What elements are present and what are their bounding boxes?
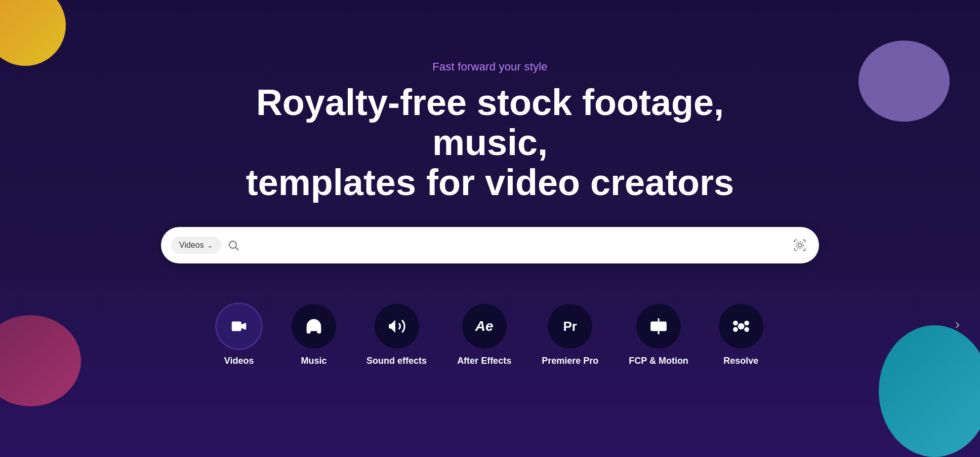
svg-line-1 [235,248,238,251]
category-label-resolve: Resolve [723,356,758,366]
category-label-music: Music [301,356,327,366]
svg-point-10 [744,327,749,332]
category-icon-resolve [719,304,763,349]
pr-text-icon: Pr [563,319,577,334]
category-icon-premiere-pro: Pr [548,304,592,349]
svg-point-7 [733,321,738,326]
svg-point-8 [744,321,749,326]
search-input[interactable] [244,240,791,251]
visual-search-button[interactable] [791,236,809,254]
category-icon-music [292,304,336,349]
chevron-down-icon: ⌄ [207,241,213,249]
category-videos[interactable]: Videos [217,304,261,366]
category-premiere-pro[interactable]: Pr Premiere Pro [542,304,598,366]
svg-point-3 [796,242,803,249]
svg-point-6 [738,323,745,330]
category-label-premiere-pro: Premiere Pro [542,356,598,366]
svg-point-0 [229,241,236,248]
category-fcp-motion[interactable]: FCP & Motion [629,304,688,366]
blob-orange [0,0,66,66]
category-label-after-effects: After Effects [457,356,511,366]
category-music[interactable]: Music [292,304,336,366]
category-resolve[interactable]: Resolve [719,304,763,366]
category-icon-after-effects: Ae [462,304,507,349]
search-icon [227,239,239,251]
hero-content: Fast forward your style Royalty-free sto… [0,60,980,367]
categories-row: Videos Music [0,304,980,366]
search-bar: Videos ⌄ [161,227,819,263]
tagline: Fast forward your style [432,60,548,73]
category-label-sound-effects: Sound effects [366,356,427,366]
category-icon-fcp-motion [636,304,681,349]
category-icon-sound-effects [375,304,419,349]
category-sound-effects[interactable]: Sound effects [366,304,427,366]
hero-section: Fast forward your style Royalty-free sto… [0,0,980,457]
search-type-label: Videos [179,241,204,250]
category-after-effects[interactable]: Ae After Effects [457,304,511,366]
hero-title: Royalty-free stock footage, music, templ… [212,83,768,203]
next-arrow-button[interactable]: › [955,316,960,332]
category-label-videos: Videos [224,356,254,366]
search-type-selector[interactable]: Videos ⌄ [171,237,221,254]
ae-text-icon: Ae [475,318,494,334]
category-label-fcp-motion: FCP & Motion [629,356,688,366]
category-icon-videos [217,304,261,349]
svg-point-9 [733,327,738,332]
svg-point-2 [798,244,802,247]
